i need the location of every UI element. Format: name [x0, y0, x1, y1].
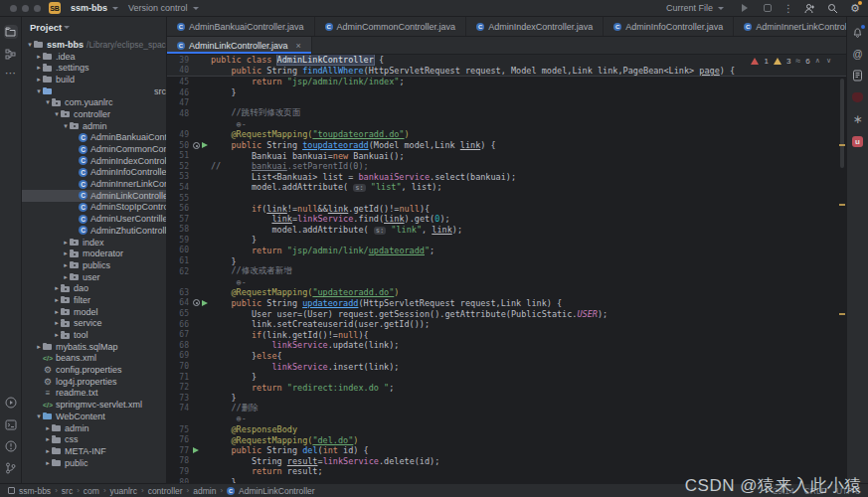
- code-line[interactable]: ⊕-: [167, 119, 846, 130]
- structure-tool-icon[interactable]: [4, 47, 18, 61]
- code-line[interactable]: 64 public String updateoradd(HttpServlet…: [167, 298, 846, 309]
- tree-chevron-icon[interactable]: ▸: [62, 261, 70, 269]
- breadcrumb-item[interactable]: src: [62, 486, 73, 496]
- tree-item-meta-inf[interactable]: ▸META-INF: [22, 445, 166, 457]
- code-line[interactable]: 74 //删除: [167, 404, 846, 414]
- tree-item-adminlinkcontroller[interactable]: CAdminLinkController: [22, 190, 166, 202]
- code-line[interactable]: 52// bankuai.setParentId(0);: [167, 161, 846, 172]
- tree-chevron-icon[interactable]: ▸: [62, 249, 70, 257]
- tree-item-springmvc-servlet-xml[interactable]: </>springmvc-servlet.xml: [22, 399, 166, 411]
- warning-stripe-mark[interactable]: [839, 204, 845, 206]
- code-line[interactable]: 56 if(link!=null&&link.getId()!=null){: [167, 203, 846, 214]
- tree-chevron-icon[interactable]: ▾: [26, 41, 34, 49]
- tree-item-webcontent[interactable]: ▾WebContent: [22, 411, 166, 422]
- tree-item-com-yuanlrc[interactable]: ▾com.yuanlrc: [22, 96, 166, 108]
- prev-problem-icon[interactable]: ∧: [815, 57, 821, 65]
- code-line[interactable]: 40 public String findAllWhere(HttpServle…: [167, 66, 846, 77]
- tree-chevron-icon[interactable]: ▾: [53, 110, 61, 118]
- tree-item-admininnerlinkcontroll[interactable]: CAdminInnerLinkControll: [22, 178, 166, 190]
- tree-item-adminbankuaicontrolle[interactable]: CAdminBankuaiControlle: [22, 132, 166, 144]
- close-window-icon[interactable]: [10, 5, 17, 12]
- tree-item--idea[interactable]: ▸.idea: [22, 51, 166, 63]
- code-line[interactable]: 66 link.setCreateuserid(user.getId());: [167, 319, 846, 330]
- notifications-bell-icon[interactable]: [851, 25, 865, 39]
- code-line[interactable]: 72 return "redirect:index.do ";: [167, 382, 846, 393]
- code-line[interactable]: 48 //跳转到修改页面: [167, 108, 846, 119]
- tree-chevron-icon[interactable]: ▸: [62, 239, 70, 247]
- code-line[interactable]: 78 String result=linkService.delete(id);: [167, 456, 846, 467]
- tree-item-public[interactable]: ▸public: [22, 457, 166, 469]
- tree-chevron-icon[interactable]: ▸: [44, 459, 52, 467]
- tree-chevron-icon[interactable]: ▸: [35, 53, 43, 61]
- tree-item-mybatis-sqlmap[interactable]: ▸mybatis.sqlMap: [22, 341, 166, 353]
- code-line[interactable]: 69 }else{: [167, 351, 846, 362]
- code-line[interactable]: 71 }: [167, 372, 846, 383]
- breadcrumb-item[interactable]: admin: [193, 486, 216, 496]
- code-line[interactable]: ⊕-: [167, 414, 846, 424]
- url-mapping-icon[interactable]: [193, 299, 200, 306]
- run-configuration-selector[interactable]: Current File: [661, 2, 729, 14]
- spring-mapping-run-icon[interactable]: [193, 447, 199, 453]
- editor-tab-adminindexcontroller-java[interactable]: CAdminIndexController.java: [466, 17, 604, 36]
- maximize-window-icon[interactable]: [34, 5, 41, 12]
- tree-item-filter[interactable]: ▸filter: [22, 294, 166, 306]
- tree-chevron-icon[interactable]: ▸: [53, 308, 61, 316]
- tree-item-moderator[interactable]: ▸moderator: [22, 248, 166, 259]
- vcs-menu[interactable]: Version control: [123, 2, 204, 14]
- breadcrumb-item[interactable]: yuanlrc: [110, 486, 137, 496]
- inspections-widget[interactable]: 1 3 ≈6 ∧ ∨: [751, 56, 832, 66]
- code-line[interactable]: 58 model.addAttribute( s: "link", link);: [167, 225, 846, 236]
- tree-chevron-icon[interactable]: ▸: [62, 273, 70, 281]
- run-tool-icon[interactable]: [4, 396, 18, 410]
- tree-item-css[interactable]: ▸css: [22, 433, 166, 445]
- editor-tab-adminbankuaicontroller-java[interactable]: CAdminBankuaiController.java: [167, 17, 315, 36]
- tree-chevron-icon[interactable]: ▾: [35, 87, 43, 95]
- code-line[interactable]: 51 Bankuai bankuai=new Bankuai();: [167, 150, 846, 161]
- ai-assistant-icon[interactable]: @: [851, 47, 865, 61]
- breadcrumb-item[interactable]: controller: [148, 486, 183, 496]
- tree-item-admin[interactable]: ▸admin: [22, 422, 166, 434]
- more-actions-icon[interactable]: ⋮: [783, 3, 793, 14]
- breadcrumb-item[interactable]: AdminLinkController: [239, 486, 315, 496]
- tree-item-config-properties[interactable]: ⚙config.properties: [22, 364, 166, 376]
- code-line[interactable]: 68 linkService.update(link);: [167, 340, 846, 351]
- tree-chevron-icon[interactable]: ▾: [35, 413, 43, 420]
- code-line[interactable]: 65 User user=(User) request.getSession()…: [167, 308, 846, 319]
- services-star-icon[interactable]: ∗: [851, 112, 865, 126]
- project-panel-header[interactable]: Project: [22, 17, 166, 38]
- tree-item-build[interactable]: ▸build: [22, 74, 166, 85]
- editor-tab-admincommoncontroller-java[interactable]: CAdminCommonController.java: [315, 17, 467, 36]
- debug-button[interactable]: [761, 1, 775, 15]
- tree-chevron-icon[interactable]: ▸: [44, 435, 52, 443]
- code-line[interactable]: 59 }: [167, 235, 846, 246]
- url-mapping-icon[interactable]: [193, 142, 200, 149]
- run-button[interactable]: [738, 1, 752, 15]
- spring-mapping-run-icon[interactable]: [202, 300, 208, 306]
- tree-chevron-icon[interactable]: ▾: [62, 122, 70, 130]
- tree-item-controller[interactable]: ▾controller: [22, 108, 166, 120]
- plugin-red-icon[interactable]: u: [851, 134, 865, 148]
- tree-chevron-icon[interactable]: ▸: [44, 447, 52, 455]
- tree-chevron-icon[interactable]: ▸: [35, 343, 43, 351]
- plugin-blob-icon[interactable]: [851, 90, 865, 104]
- code-line[interactable]: 70 linkService.insert(link);: [167, 361, 846, 372]
- code-line[interactable]: 50 public String toupdateoradd(Model mod…: [167, 140, 846, 151]
- tree-item-ssm-bbs[interactable]: ▾ssm-bbs/Library/eclipse_space/jsp+s: [22, 39, 166, 51]
- code-editor[interactable]: 1 3 ≈6 ∧ ∨ 39public class AdminLinkContr…: [167, 55, 846, 483]
- code-line[interactable]: 39public class AdminLinkController {: [167, 55, 846, 66]
- editor-tab-adminlinkcontroller-java[interactable]: CAdminLinkController.java×: [167, 37, 312, 54]
- more-tool-windows-icon[interactable]: ⋯: [5, 67, 16, 80]
- breadcrumb-item[interactable]: com: [84, 486, 99, 496]
- code-line[interactable]: 60 return "jsp/admin/link/updateoradd";: [167, 246, 846, 256]
- tree-item-beans-xml[interactable]: </>beans.xml: [22, 353, 166, 365]
- code-line[interactable]: 55: [167, 193, 846, 204]
- tree-item-index[interactable]: ▸index: [22, 237, 166, 248]
- tree-chevron-icon[interactable]: ▸: [35, 76, 43, 83]
- tree-item-dao[interactable]: ▸dao: [22, 282, 166, 294]
- tree-chevron-icon[interactable]: ▾: [44, 98, 52, 106]
- search-icon[interactable]: [825, 1, 839, 15]
- tree-chevron-icon[interactable]: ▸: [53, 331, 61, 339]
- code-line[interactable]: 63 @RequestMapping("updateoradd.do"): [167, 287, 846, 298]
- close-tab-icon[interactable]: ×: [296, 41, 301, 51]
- breadcrumb-item[interactable]: ssm-bbs: [19, 486, 51, 496]
